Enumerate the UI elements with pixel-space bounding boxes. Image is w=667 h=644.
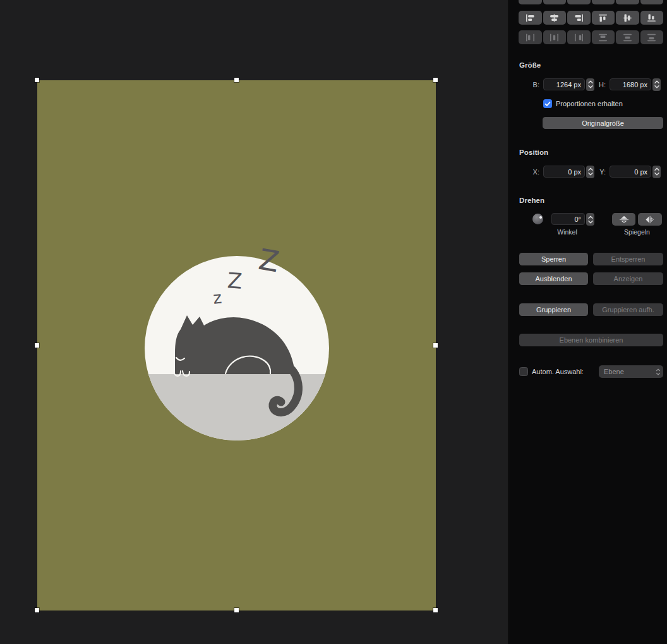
stepper-chevrons-icon — [587, 80, 594, 89]
distribute-vertical-middle-button[interactable] — [616, 30, 639, 44]
group-button[interactable]: Gruppieren — [519, 303, 588, 316]
rotate-heading: Drehen — [519, 197, 544, 204]
distribute-vertical-top-button[interactable] — [592, 30, 615, 44]
clipped-button[interactable] — [592, 0, 615, 4]
constrain-proportions-label: Proportionen erhalten — [556, 100, 623, 107]
distribute-horizontal-right-icon — [574, 33, 584, 42]
selection-handle-top-right[interactable] — [433, 78, 438, 82]
align-left-icon — [526, 14, 535, 22]
show-button[interactable]: Anzeigen — [593, 272, 663, 285]
size-fields-row: B: 1264 px H: 1680 px — [519, 78, 663, 91]
width-stepper[interactable] — [586, 78, 594, 91]
width-value: 1264 px — [556, 81, 581, 88]
angle-value: 0° — [574, 216, 581, 223]
align-buttons-row — [519, 11, 663, 25]
checkmark-icon — [544, 101, 551, 107]
distribute-vertical-middle-icon — [623, 33, 632, 42]
selection-handle-top-left[interactable] — [35, 78, 39, 82]
ungroup-button[interactable]: Gruppieren aufh. — [593, 303, 663, 316]
position-fields-row: X: 0 px Y: 0 px — [519, 165, 663, 178]
distribute-horizontal-center-button[interactable] — [543, 30, 567, 44]
height-label: H: — [594, 81, 610, 88]
ground-surface — [142, 374, 332, 449]
z-letter-medium: Z — [227, 267, 243, 294]
clipped-button[interactable] — [543, 0, 567, 4]
clipped-toolbar-row — [519, 0, 663, 4]
original-size-button[interactable]: Originalgröße — [543, 117, 663, 129]
distribute-horizontal-center-icon — [550, 33, 559, 42]
auto-select-dropdown[interactable]: Ebene — [599, 365, 663, 378]
auto-select-checkbox[interactable] — [519, 367, 528, 376]
clipped-button[interactable] — [519, 0, 542, 4]
group-buttons-row: Gruppieren Gruppieren aufh. — [519, 303, 663, 316]
lock-button[interactable]: Sperren — [519, 253, 588, 265]
selected-image-layer[interactable]: z Z Z — [37, 80, 436, 611]
clipped-button[interactable] — [640, 0, 664, 4]
width-label: B: — [519, 81, 543, 88]
arrange-inspector-panel: Größe B: 1264 px H: 1680 px Proportionen… — [509, 0, 667, 644]
align-middle-button[interactable] — [616, 11, 639, 25]
align-top-icon — [598, 14, 608, 22]
clipped-button[interactable] — [616, 0, 639, 4]
stepper-chevrons-icon — [587, 167, 594, 176]
auto-select-label: Autom. Auswahl: — [532, 368, 584, 375]
x-field[interactable]: 0 px — [543, 166, 585, 178]
stepper-chevrons-icon — [587, 215, 594, 224]
y-stepper[interactable] — [652, 166, 661, 178]
dropdown-chevrons-icon — [656, 368, 661, 376]
constrain-proportions-checkbox[interactable] — [543, 99, 552, 108]
rotate-controls-row: 0° — [519, 213, 663, 226]
selection-handle-bottom-left[interactable] — [35, 608, 39, 612]
size-heading: Größe — [519, 61, 541, 69]
align-right-button[interactable] — [567, 11, 591, 25]
canvas-area[interactable]: z Z Z — [0, 0, 509, 644]
align-middle-icon — [623, 14, 632, 22]
constrain-proportions-row: Proportionen erhalten — [543, 99, 623, 108]
distribute-horizontal-right-button[interactable] — [567, 30, 591, 44]
distribute-horizontal-left-button[interactable] — [519, 30, 542, 44]
x-label: X: — [519, 168, 543, 176]
x-value: 0 px — [568, 168, 581, 176]
hide-button[interactable]: Ausblenden — [519, 272, 588, 285]
distribute-vertical-bottom-icon — [647, 33, 656, 42]
align-right-icon — [574, 14, 584, 22]
x-stepper[interactable] — [586, 166, 594, 178]
align-bottom-button[interactable] — [640, 11, 664, 25]
flip-label: Spiegeln — [612, 228, 662, 236]
unlock-button[interactable]: Entsperren — [593, 253, 663, 265]
sleeping-cat-illustration: z Z Z — [142, 240, 332, 449]
flip-vertical-icon — [618, 216, 630, 224]
selection-handle-middle-right[interactable] — [433, 343, 438, 348]
hide-buttons-row: Ausblenden Anzeigen — [519, 272, 663, 285]
position-heading: Position — [519, 149, 548, 156]
y-label: Y: — [594, 168, 610, 176]
flip-horizontal-icon — [644, 216, 656, 224]
selection-handle-middle-left[interactable] — [35, 343, 39, 348]
stepper-chevrons-icon — [654, 80, 660, 89]
rotation-knob[interactable] — [532, 214, 543, 224]
auto-select-value: Ebene — [604, 368, 624, 375]
flip-vertical-button[interactable] — [612, 213, 635, 226]
selection-handle-top-center[interactable] — [234, 78, 239, 82]
align-center-horizontal-button[interactable] — [543, 11, 567, 25]
distribute-horizontal-left-icon — [526, 33, 535, 42]
height-field[interactable]: 1680 px — [610, 78, 651, 90]
clipped-button[interactable] — [567, 0, 591, 4]
selection-handle-bottom-right[interactable] — [433, 608, 438, 612]
merge-layers-button[interactable]: Ebenen kombinieren — [519, 334, 663, 346]
selection-handle-bottom-center[interactable] — [234, 608, 239, 612]
flip-horizontal-button[interactable] — [638, 213, 662, 226]
auto-select-row: Autom. Auswahl: Ebene — [519, 365, 663, 378]
angle-stepper[interactable] — [586, 213, 594, 226]
distribute-vertical-top-icon — [598, 33, 608, 42]
angle-field[interactable]: 0° — [551, 213, 585, 225]
align-center-horizontal-icon — [550, 14, 559, 22]
height-stepper[interactable] — [652, 78, 661, 91]
lock-buttons-row: Sperren Entsperren — [519, 253, 663, 265]
distribute-buttons-row — [519, 30, 663, 44]
distribute-vertical-bottom-button[interactable] — [640, 30, 664, 44]
y-field[interactable]: 0 px — [610, 166, 651, 178]
align-top-button[interactable] — [592, 11, 615, 25]
width-field[interactable]: 1264 px — [543, 78, 585, 90]
align-left-button[interactable] — [519, 11, 542, 25]
